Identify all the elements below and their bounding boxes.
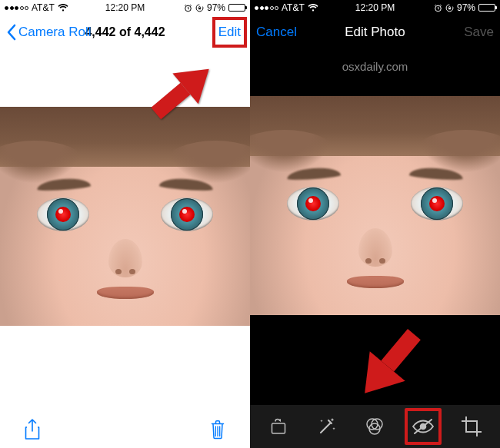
back-button[interactable]: Camera Roll [6,15,91,49]
photo-canvas[interactable]: osxdaily.com [250,49,500,405]
crop-button[interactable] [453,408,490,445]
cancel-label: Cancel [256,25,297,40]
save-label: Save [464,25,494,40]
watermark: osxdaily.com [250,60,500,73]
battery-icon [228,4,245,12]
photo-canvas[interactable] [0,49,250,411]
cellular-signal-icon [5,6,28,10]
wifi-icon [58,4,68,12]
enhance-button[interactable] [308,408,345,445]
back-label: Camera Roll [18,25,91,40]
photo-preview [0,126,250,326]
cellular-signal-icon [255,6,278,10]
save-button: Save [464,15,494,49]
wifi-icon [308,4,318,12]
rotation-lock-icon [445,4,454,12]
edit-photo-screen: AT&T 12:20 PM 97% Cancel Edit Photo Save [250,0,500,448]
alarm-icon [434,4,442,12]
rotation-lock-icon [195,4,204,12]
svg-rect-2 [198,8,201,9]
nav-bar: Cancel Edit Photo Save [250,15,500,49]
battery-pct-label: 97% [207,2,225,13]
redeye-button[interactable] [405,408,442,445]
share-button[interactable] [14,411,51,448]
svg-line-13 [415,420,432,433]
edit-label: Edit [218,25,241,40]
edit-toolbar [250,405,500,448]
edit-button[interactable]: Edit [212,17,247,48]
cancel-button[interactable]: Cancel [256,15,297,49]
photo-preview [250,115,500,315]
nav-bar: Camera Roll 4,442 of 4,442 Edit [0,15,250,49]
chevron-left-icon [6,24,16,41]
alarm-icon [184,4,192,12]
carrier-label: AT&T [282,2,305,13]
bottom-toolbar [0,411,250,448]
rotate-button[interactable] [260,408,297,445]
status-bar: AT&T 12:20 PM 97% [0,0,250,15]
battery-icon [478,4,495,12]
svg-rect-7 [448,8,451,9]
carrier-label: AT&T [32,2,55,13]
status-bar: AT&T 12:20 PM 97% [250,0,500,15]
photos-viewer-screen: AT&T 12:20 PM 97% Camera Roll 4,442 of 4… [0,0,250,448]
battery-pct-label: 97% [457,2,475,13]
trash-button[interactable] [199,411,236,448]
filters-button[interactable] [356,408,393,445]
